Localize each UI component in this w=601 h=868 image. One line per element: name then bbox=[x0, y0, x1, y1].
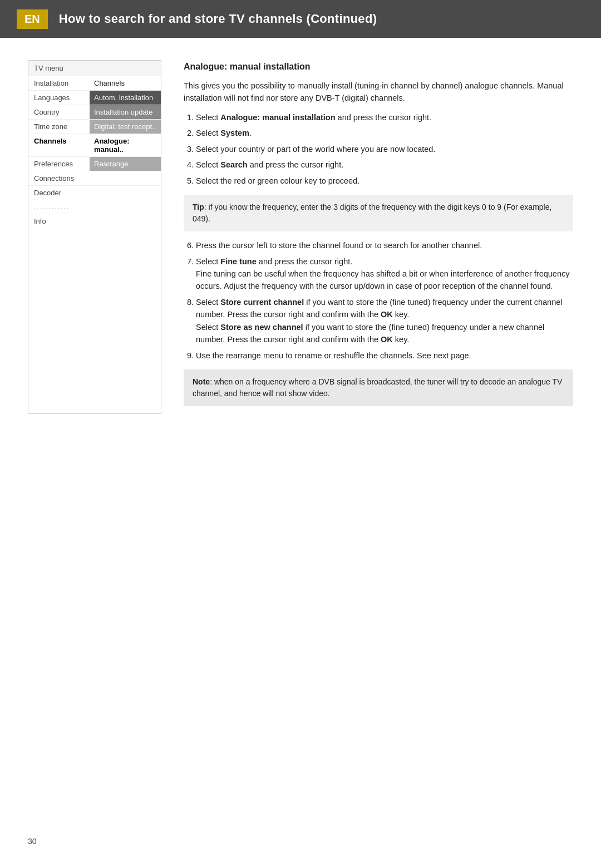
menu-row-decoder: Decoder bbox=[28, 186, 161, 200]
tip-box: Tip: if you know the frequency, enter th… bbox=[184, 195, 573, 231]
step-6: Press the cursor left to store the chann… bbox=[196, 239, 573, 251]
step-8-bold1: Store current channel bbox=[220, 298, 304, 307]
step-8-ok2: OK bbox=[381, 335, 393, 344]
menu-left-timezone: Time zone bbox=[28, 120, 90, 134]
menu-dotted: ............ bbox=[28, 200, 161, 214]
menu-left-decoder: Decoder bbox=[28, 186, 90, 200]
menu-left-channels-bold: Channels bbox=[28, 134, 90, 156]
page-title: How to search for and store TV channels … bbox=[59, 12, 377, 26]
menu-left-connections: Connections bbox=[28, 171, 90, 185]
menu-row-preferences: Preferences Rearrange bbox=[28, 157, 161, 171]
menu-left-languages: Languages bbox=[28, 91, 90, 105]
instructions-intro: This gives you the possibility to manual… bbox=[184, 80, 573, 105]
tip-label: Tip bbox=[193, 203, 204, 211]
step-4-bold: Search bbox=[220, 160, 247, 169]
steps-list-2: Press the cursor left to store the chann… bbox=[196, 239, 573, 362]
tv-menu-panel: TV menu Installation Channels Languages … bbox=[28, 60, 161, 414]
step-4: Select Search and press the cursor right… bbox=[196, 159, 573, 171]
step-5: Select the red or green colour key to pr… bbox=[196, 175, 573, 187]
step-7-bold: Fine tune bbox=[220, 257, 256, 266]
step-7: Select Fine tune and press the cursor ri… bbox=[196, 255, 573, 293]
step-2: Select System. bbox=[196, 127, 573, 139]
menu-left-preferences: Preferences bbox=[28, 157, 90, 171]
menu-row-connections: Connections bbox=[28, 171, 161, 186]
instructions-panel: Analogue: manual installation This gives… bbox=[184, 60, 573, 414]
menu-right-digital: Digital: test recept.. bbox=[90, 120, 161, 134]
step-8-ok1: OK bbox=[381, 310, 393, 319]
menu-right-analogue-manual: Analogue: manual.. bbox=[90, 134, 161, 156]
menu-row-channels: Channels Analogue: manual.. bbox=[28, 134, 161, 157]
note-label: Note bbox=[193, 377, 210, 386]
step-8: Select Store current channel if you want… bbox=[196, 296, 573, 346]
menu-info: Info bbox=[28, 214, 161, 228]
step-8-bold2: Store as new channel bbox=[220, 323, 303, 332]
menu-right-channels: Channels bbox=[90, 76, 161, 90]
instructions-heading: Analogue: manual installation bbox=[184, 60, 573, 74]
step-9: Use the rearrange menu to rename or resh… bbox=[196, 349, 573, 362]
menu-right-decoder-empty bbox=[90, 186, 161, 200]
tv-menu-label: TV menu bbox=[28, 61, 161, 76]
menu-right-connections-empty bbox=[90, 171, 161, 185]
menu-left-installation: Installation bbox=[28, 76, 90, 90]
step-3: Select your country or part of the world… bbox=[196, 143, 573, 155]
main-content: TV menu Installation Channels Languages … bbox=[0, 38, 601, 436]
menu-row-installation: Installation Channels bbox=[28, 76, 161, 91]
menu-row-languages: Languages Autom. installation bbox=[28, 91, 161, 105]
en-badge: EN bbox=[17, 9, 48, 29]
menu-right-autom: Autom. installation bbox=[90, 91, 161, 105]
steps-list-1: Select Analogue: manual installation and… bbox=[196, 111, 573, 187]
page-number: 30 bbox=[28, 837, 37, 846]
step-1: Select Analogue: manual installation and… bbox=[196, 111, 573, 124]
note-text: : when on a frequency where a DVB signal… bbox=[193, 377, 562, 398]
menu-right-rearrange: Rearrange bbox=[90, 157, 161, 171]
menu-row-country: Country Installation update bbox=[28, 105, 161, 120]
header: EN How to search for and store TV channe… bbox=[0, 0, 601, 38]
menu-row-timezone: Time zone Digital: test recept.. bbox=[28, 120, 161, 134]
menu-left-country: Country bbox=[28, 105, 90, 119]
menu-right-installation-update: Installation update bbox=[90, 105, 161, 119]
note-box: Note: when on a frequency where a DVB si… bbox=[184, 369, 573, 406]
tip-text: : if you know the frequency, enter the 3… bbox=[193, 203, 551, 223]
step-2-bold: System bbox=[220, 129, 249, 137]
step-1-bold: Analogue: manual installation bbox=[220, 113, 335, 122]
